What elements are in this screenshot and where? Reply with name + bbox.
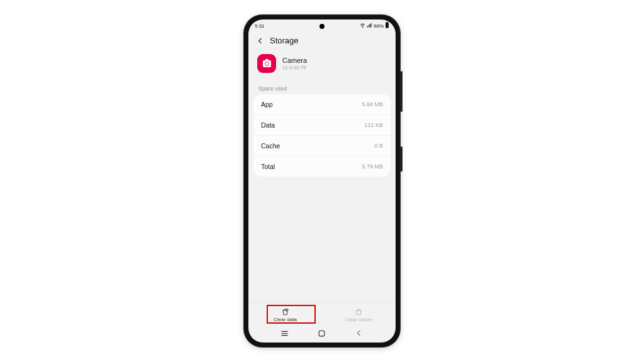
bottom-action-bar: Clear data Clear cache <box>248 302 396 326</box>
power-button <box>401 146 402 172</box>
app-header: Camera 11.0.02.78 <box>253 52 391 82</box>
app-icon <box>257 54 276 73</box>
camera-icon <box>263 60 271 67</box>
svg-rect-1 <box>386 22 388 23</box>
row-value: 5.79 MB <box>362 163 383 170</box>
home-button[interactable] <box>317 328 327 338</box>
signal-icon <box>367 23 372 30</box>
storage-card: App 5.68 MB Data 111 KB Cache 0 B Total … <box>253 94 391 177</box>
front-camera <box>319 24 325 29</box>
row-app: App 5.68 MB <box>253 94 391 115</box>
content-area: Camera 11.0.02.78 Space used App 5.68 MB… <box>248 52 396 302</box>
trash-icon <box>355 308 364 315</box>
volume-button <box>401 71 402 112</box>
row-label: Data <box>261 121 275 129</box>
row-label: Cache <box>261 142 280 150</box>
back-button[interactable] <box>256 36 265 45</box>
recents-button[interactable] <box>280 328 290 338</box>
row-cache: Cache 0 B <box>253 136 391 156</box>
wifi-icon <box>360 23 365 30</box>
row-label: App <box>261 101 273 108</box>
trash-icon <box>281 308 290 315</box>
battery-icon <box>385 22 389 30</box>
clear-data-button[interactable]: Clear data <box>248 303 322 326</box>
svg-point-0 <box>362 27 363 28</box>
row-label: Total <box>261 163 275 170</box>
row-value: 5.68 MB <box>362 101 383 107</box>
action-label: Clear data <box>274 317 297 322</box>
row-total: Total 5.79 MB <box>253 156 391 177</box>
phone-frame: 5:31 98% Storage <box>243 14 401 348</box>
screen: 5:31 98% Storage <box>248 19 396 343</box>
nav-back-button[interactable] <box>354 328 364 338</box>
svg-rect-7 <box>319 331 325 336</box>
row-value: 111 KB <box>364 122 383 128</box>
nav-bar <box>248 326 396 343</box>
page-header: Storage <box>248 32 396 52</box>
clear-cache-button[interactable]: Clear cache <box>322 303 396 326</box>
page-title: Storage <box>270 36 299 45</box>
app-name: Camera <box>282 57 307 64</box>
app-version: 11.0.02.78 <box>282 65 307 70</box>
status-time: 5:31 <box>255 23 265 29</box>
row-data: Data 111 KB <box>253 115 391 136</box>
row-value: 0 B <box>374 143 383 149</box>
section-label: Space used <box>253 82 391 94</box>
battery-percent: 98% <box>374 23 384 29</box>
svg-rect-2 <box>386 23 389 28</box>
action-label: Clear cache <box>345 317 372 322</box>
